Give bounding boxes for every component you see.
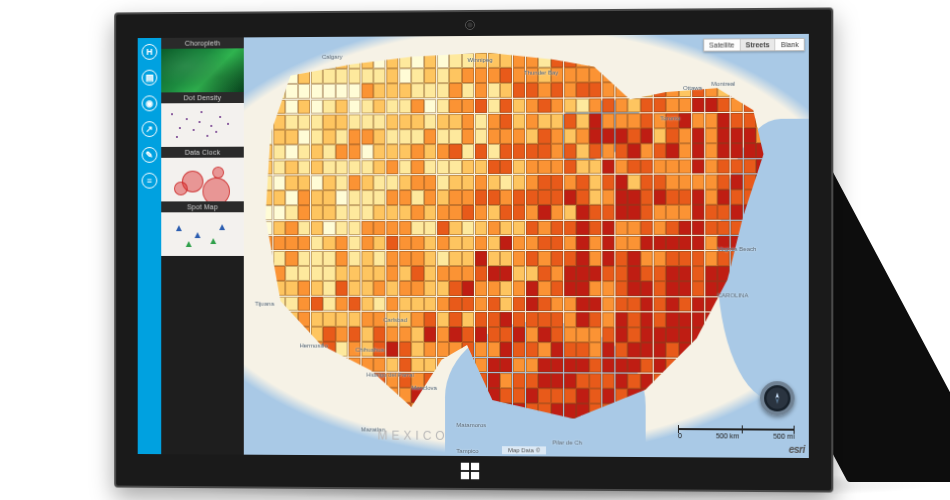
sidebar-title: Spot Map [161, 201, 244, 212]
basemap-option-satellite[interactable]: Satellite [704, 39, 739, 50]
place-label: Hermosillo [299, 342, 327, 348]
place-label: Ottawa [683, 85, 702, 91]
sidebar-section-cluster: Data Clock [161, 147, 244, 202]
svg-rect-3 [471, 463, 479, 470]
svg-rect-4 [461, 472, 469, 479]
rail-settings-icon[interactable]: ≡ [142, 173, 158, 189]
rail-share-icon[interactable]: ↗ [142, 121, 158, 137]
country-label: MEXICO [378, 429, 449, 443]
thumb-dot-density[interactable] [161, 103, 244, 147]
place-label: Hidalgo del Parral [367, 372, 414, 378]
sidebar-section-spot: Spot Map [161, 201, 244, 256]
basemap-switcher: Satellite Streets Blank [703, 38, 805, 52]
map-canvas[interactable]: CalgaryWinnipegThunder BayOttawaMontreal… [244, 34, 809, 458]
compass-button[interactable] [760, 381, 795, 415]
scale-bar: 0 500 km 500 mi [678, 428, 795, 440]
sidebar-blank [161, 256, 244, 455]
place-label: Pilar de Ch [552, 440, 582, 446]
rail-layers-icon[interactable]: ▤ [142, 70, 158, 86]
svg-marker-1 [776, 398, 780, 404]
esri-logo: esri [789, 444, 805, 455]
basemap-option-blank[interactable]: Blank [775, 39, 804, 50]
rail-globe-icon[interactable]: ◉ [142, 95, 158, 111]
scale-left: 0 [678, 432, 682, 439]
compass-needle-icon [770, 391, 784, 405]
place-label: Virginia Beach [717, 246, 756, 252]
svg-marker-0 [776, 392, 780, 398]
thumb-choropleth[interactable] [161, 48, 244, 92]
place-label: Tijuana [255, 300, 274, 306]
place-label: Matamoros [456, 422, 486, 428]
sidebar-section-choropleth: Choropleth [161, 37, 244, 92]
svg-rect-5 [471, 472, 479, 479]
scale-right: 500 mi [773, 433, 794, 440]
svg-rect-2 [461, 463, 469, 470]
screen: H ▤ ◉ ↗ ✎ ≡ Choropleth Dot Density [138, 34, 809, 458]
scale-mid-label: 500 km [716, 432, 739, 439]
place-label: Monclova [411, 384, 437, 390]
place-label: CAROLINA [717, 292, 748, 298]
place-label: Calgary [322, 54, 342, 60]
thumb-data-clock[interactable] [161, 158, 244, 202]
map-attribution: Map Data © [502, 446, 546, 454]
sidebar-title: Choropleth [161, 37, 244, 48]
tablet-body: H ▤ ◉ ↗ ✎ ≡ Choropleth Dot Density [114, 7, 833, 492]
windows-home-button[interactable] [459, 460, 481, 482]
sidebar-title: Data Clock [161, 147, 244, 158]
windows-logo-icon [459, 460, 481, 482]
place-label: Chihuahua [355, 346, 384, 352]
place-label: Carlsbad [383, 317, 407, 323]
basemap-option-streets[interactable]: Streets [739, 39, 774, 50]
place-label: Toronto [660, 115, 680, 121]
map-type-sidebar: Choropleth Dot Density [161, 37, 244, 454]
sidebar-section-dot: Dot Density [161, 92, 244, 147]
icon-rail: H ▤ ◉ ↗ ✎ ≡ [138, 38, 162, 454]
tablet-device: H ▤ ◉ ↗ ✎ ≡ Choropleth Dot Density [110, 10, 830, 490]
rail-tools-icon[interactable]: ✎ [142, 147, 158, 163]
rail-home-icon[interactable]: H [142, 44, 158, 60]
front-camera [465, 20, 475, 30]
place-label: Thunder Bay [524, 69, 558, 75]
map-app: H ▤ ◉ ↗ ✎ ≡ Choropleth Dot Density [138, 34, 809, 458]
place-label: Winnipeg [468, 57, 493, 63]
sidebar-title: Dot Density [161, 92, 244, 103]
thumb-spot-map[interactable] [161, 212, 244, 256]
place-label: Tampico [456, 448, 478, 454]
place-label: Montreal [711, 81, 735, 87]
